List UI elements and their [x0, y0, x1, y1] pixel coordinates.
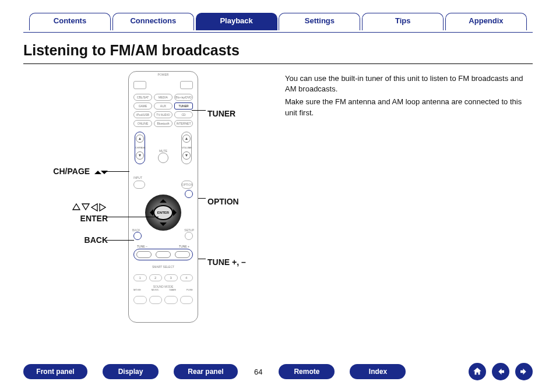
src-btn: iPod/USB: [133, 111, 152, 118]
option-button-icon: [185, 190, 193, 198]
body-text-column: You can use the built-in tuner of this u…: [285, 71, 533, 351]
footer-display-button[interactable]: Display: [103, 364, 159, 379]
mute-button-icon: [158, 153, 168, 163]
body-paragraph-1: You can use the built-in tuner of this u…: [285, 73, 533, 94]
footer-nav-icons: [469, 363, 533, 380]
leader-back: [106, 240, 134, 241]
body-paragraph-2: Make sure the FM antenna and AM loop ant…: [285, 97, 533, 118]
leader-chpage: [106, 171, 129, 172]
footer-rear-panel-button[interactable]: Rear panel: [174, 364, 238, 379]
leader-option: [198, 198, 206, 199]
dpad-down-icon: [160, 223, 167, 229]
src-btn: ONLINE MUSIC: [133, 120, 152, 127]
sleep-button-icon: [180, 81, 193, 89]
leader-tuner: [192, 110, 206, 111]
power-button-icon: [133, 81, 146, 89]
tune-block: TUNE – TUNE +: [129, 245, 198, 260]
leader-enter: [106, 217, 159, 217]
dpad-icon: ENTER: [145, 195, 181, 231]
setup-button-icon: [185, 232, 193, 240]
source-grid: CBL/SAT MEDIA PLAYER Blu-ray/DVD GAME AU…: [129, 91, 198, 129]
power-row: [129, 76, 198, 91]
vol-up-icon: ▲: [182, 135, 191, 143]
ch-volume-block: ▲ CH/PAGE ▼ MUTE ▲ VOLUME ▼: [129, 132, 198, 177]
main-area: POWER CBL/SAT MEDIA PLAYER Blu-ray/DVD G…: [23, 71, 533, 351]
input-pill-icon: [133, 181, 145, 189]
tab-connections[interactable]: Connections: [112, 13, 194, 30]
src-btn: CD: [174, 111, 193, 118]
title-rule: [23, 63, 533, 64]
diagram-column: POWER CBL/SAT MEDIA PLAYER Blu-ray/DVD G…: [23, 71, 271, 351]
callout-tuner: TUNER: [207, 106, 235, 120]
home-icon: [472, 366, 483, 377]
input-label: INPUT: [133, 176, 142, 179]
dpad-left-icon: [146, 209, 153, 216]
dpad-block: INPUT OPTION ENTER BACK SETUP: [129, 177, 198, 240]
tab-settings[interactable]: Settings: [279, 13, 360, 30]
src-btn: GAME: [133, 103, 152, 110]
prev-page-button[interactable]: [492, 363, 509, 380]
ch-up-icon: ▲: [136, 135, 144, 143]
mode-music: MUSIC: [152, 288, 159, 291]
callout-enter-group: ENTER: [9, 202, 108, 224]
svg-marker-0: [73, 204, 80, 210]
tune-plus-icon: [175, 251, 190, 258]
src-btn: MEDIA PLAYER: [154, 94, 173, 101]
svg-marker-3: [100, 204, 105, 211]
page: Contents Connections Playback Settings T…: [0, 0, 556, 392]
dpad-up-icon: [160, 196, 167, 203]
page-title: Listening to FM/AM broadcasts: [23, 33, 533, 63]
mode-btn-icon: [164, 296, 178, 304]
tab-tips[interactable]: Tips: [362, 13, 444, 30]
footer-front-panel-button[interactable]: Front panel: [23, 364, 87, 379]
arrow-right-icon: [519, 366, 529, 377]
smart-2-icon: 2: [149, 274, 163, 281]
tune-plus-label: TUNE +: [179, 245, 189, 248]
tab-contents[interactable]: Contents: [29, 13, 111, 30]
src-btn: TV AUDIO: [154, 111, 173, 118]
play-pause-icon: [156, 251, 171, 258]
triangle-down-icon: [101, 171, 108, 174]
callout-chpage-label: CH/PAGE: [53, 167, 90, 176]
src-btn: AUX: [154, 103, 173, 110]
ch-page-pill: ▲ CH/PAGE ▼: [135, 132, 145, 164]
callout-enter-label: ENTER: [80, 214, 108, 223]
home-button[interactable]: [469, 363, 486, 380]
src-btn: INTERNET RADIO: [174, 120, 193, 127]
leader-tune: [198, 259, 206, 259]
ch-page-label: CH/PAGE: [135, 146, 145, 149]
next-page-button[interactable]: [515, 363, 533, 380]
arrow-left-icon: [495, 366, 506, 377]
footer-row: Front panel Display Rear panel 64 Remote…: [23, 363, 533, 380]
svg-marker-1: [82, 204, 89, 210]
sound-labels: MOVIE MUSIC GAME PURE: [129, 288, 198, 291]
footer-remote-button[interactable]: Remote: [279, 364, 335, 379]
tab-playback[interactable]: Playback: [196, 13, 277, 30]
mode-btn-icon: [133, 296, 147, 304]
tab-appendix[interactable]: Appendix: [445, 13, 527, 30]
tune-minus-label: TUNE –: [137, 245, 147, 248]
dpad-right-icon: [173, 209, 180, 216]
page-number: 64: [253, 368, 263, 376]
mode-game: GAME: [169, 288, 176, 291]
footer-index-button[interactable]: Index: [350, 364, 406, 379]
smart-1-icon: 1: [133, 274, 147, 281]
mode-pure: PURE: [186, 288, 193, 291]
top-tabs: Contents Connections Playback Settings T…: [23, 0, 533, 33]
tune-pill: [133, 249, 193, 260]
volume-label: VOLUME: [182, 146, 191, 149]
smart-3-icon: 3: [164, 274, 178, 281]
callout-option: OPTION: [207, 194, 239, 208]
svg-marker-2: [92, 204, 97, 211]
smart-select-label: SMART SELECT: [129, 265, 198, 269]
smart-select-row: 1 2 3 4: [129, 274, 198, 281]
callout-back: BACK: [9, 235, 108, 245]
remote-illustration: POWER CBL/SAT MEDIA PLAYER Blu-ray/DVD G…: [128, 71, 198, 323]
ch-down-icon: ▼: [136, 151, 144, 160]
src-btn: Bluetooth: [154, 120, 173, 127]
volume-pill: ▲ VOLUME ▼: [181, 132, 192, 164]
vol-down-icon: ▼: [182, 151, 191, 160]
dpad-outline-icons: [72, 203, 108, 212]
tune-labels: TUNE – TUNE +: [133, 245, 193, 249]
callout-chpage: CH/PAGE: [9, 167, 108, 176]
